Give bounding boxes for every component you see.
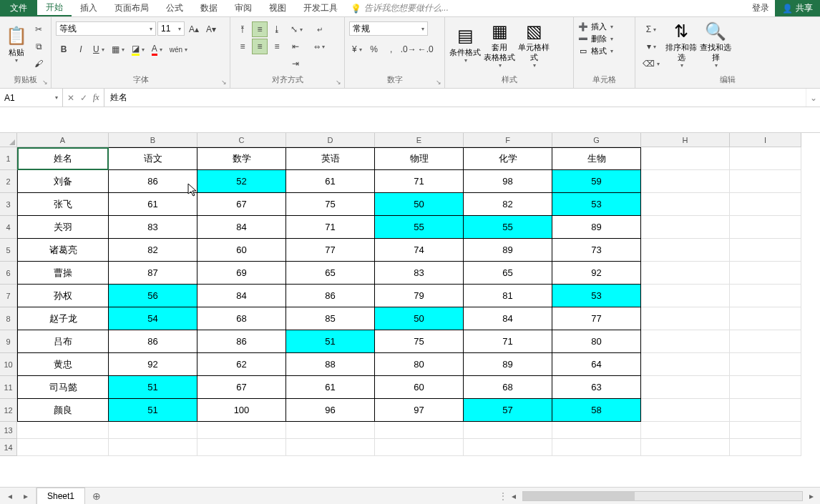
decrease-decimal-button[interactable]: ←.0 <box>418 41 434 57</box>
spreadsheet-grid[interactable]: ABCDEFGHI 1234567891011121314 姓名语文数学英语物理… <box>0 133 820 487</box>
cell[interactable]: 96 <box>286 399 375 422</box>
cell[interactable]: 化学 <box>464 147 552 170</box>
row-header[interactable]: 8 <box>0 307 17 330</box>
cell[interactable]: 81 <box>464 285 552 307</box>
cell[interactable]: 82 <box>109 239 197 262</box>
copy-button[interactable]: ⧉ <box>31 39 47 54</box>
cell[interactable]: 62 <box>197 353 286 376</box>
cell[interactable] <box>641 170 730 193</box>
cell[interactable]: 数学 <box>197 147 286 170</box>
cell[interactable]: 54 <box>109 307 197 330</box>
cell[interactable]: 59 <box>552 170 641 193</box>
sheet-tab-active[interactable]: Sheet1 <box>36 488 85 504</box>
align-middle-button[interactable]: ≡ <box>252 21 268 37</box>
cell[interactable]: 61 <box>286 170 375 193</box>
insert-cells-button[interactable]: ➕插入▾ <box>578 21 613 32</box>
orientation-button[interactable]: ⤡▾ <box>288 21 306 37</box>
tab-developer[interactable]: 开发工具 <box>295 0 346 16</box>
tab-view[interactable]: 视图 <box>260 0 295 16</box>
cell[interactable] <box>286 439 375 456</box>
font-color-button[interactable]: A▾ <box>149 41 165 57</box>
tab-insert[interactable]: 插入 <box>72 0 106 16</box>
column-header[interactable]: B <box>109 133 197 147</box>
cell[interactable]: 姓名 <box>17 147 109 170</box>
conditional-formatting-button[interactable]: ▤ 条件格式▾ <box>449 21 481 69</box>
cell[interactable]: 物理 <box>375 147 464 170</box>
cell[interactable]: 57 <box>464 399 552 422</box>
cell[interactable]: 100 <box>197 399 286 422</box>
fill-button[interactable]: ▾▾ <box>640 39 663 54</box>
cell[interactable] <box>730 262 801 285</box>
cell[interactable] <box>641 147 730 170</box>
cell[interactable] <box>730 399 801 422</box>
increase-decimal-button[interactable]: .0→ <box>401 41 416 57</box>
row-header[interactable]: 11 <box>0 376 17 399</box>
cell[interactable]: 52 <box>197 170 286 193</box>
cell[interactable] <box>17 439 109 456</box>
cell[interactable] <box>464 439 552 456</box>
cell[interactable]: 89 <box>464 353 552 376</box>
cell[interactable] <box>730 353 801 376</box>
cell[interactable]: 75 <box>375 330 464 353</box>
cell[interactable]: 63 <box>552 376 641 399</box>
tab-home[interactable]: 开始 <box>37 0 72 16</box>
cell[interactable]: 73 <box>552 239 641 262</box>
cell[interactable]: 64 <box>552 353 641 376</box>
cell[interactable]: 孙权 <box>17 285 109 307</box>
font-name-select[interactable]: 等线 ▾ <box>56 21 156 36</box>
cell[interactable] <box>641 353 730 376</box>
cell[interactable]: 50 <box>375 193 464 216</box>
cell[interactable]: 赵子龙 <box>17 307 109 330</box>
tell-me-search[interactable]: 💡 告诉我您想要做什么... <box>346 0 453 16</box>
cell[interactable] <box>197 439 286 456</box>
fill-color-button[interactable]: ◪▾ <box>129 41 147 57</box>
format-painter-button[interactable]: 🖌 <box>31 56 47 71</box>
cell[interactable] <box>552 422 641 439</box>
column-header[interactable]: E <box>375 133 464 147</box>
column-header[interactable]: G <box>552 133 641 147</box>
cell[interactable]: 60 <box>197 239 286 262</box>
fx-icon[interactable]: fx <box>93 92 99 103</box>
column-header[interactable]: F <box>464 133 552 147</box>
cell[interactable] <box>641 399 730 422</box>
cell[interactable] <box>641 285 730 307</box>
cell[interactable]: 79 <box>375 285 464 307</box>
cell[interactable]: 86 <box>286 285 375 307</box>
find-select-button[interactable]: 🔍 查找和选择▾ <box>700 21 731 69</box>
cell[interactable]: 生物 <box>552 147 641 170</box>
cell[interactable] <box>730 376 801 399</box>
cut-button[interactable]: ✂ <box>31 21 47 37</box>
cell[interactable] <box>109 422 197 439</box>
sort-filter-button[interactable]: ⇅ 排序和筛选▾ <box>665 21 697 69</box>
cell[interactable]: 55 <box>464 216 552 239</box>
tab-review[interactable]: 审阅 <box>226 0 260 16</box>
cell[interactable] <box>375 422 464 439</box>
hscroll-track[interactable] <box>522 491 803 501</box>
cell[interactable] <box>730 285 801 307</box>
cell[interactable]: 65 <box>286 262 375 285</box>
cell[interactable]: 92 <box>552 262 641 285</box>
cell[interactable] <box>730 193 801 216</box>
cell[interactable] <box>730 170 801 193</box>
cell[interactable]: 86 <box>109 170 197 193</box>
sheet-nav-prev-button[interactable]: ◂ <box>4 490 16 502</box>
cell[interactable]: 61 <box>286 376 375 399</box>
row-header[interactable]: 12 <box>0 399 17 422</box>
italic-button[interactable]: I <box>73 41 89 57</box>
cell[interactable]: 86 <box>109 330 197 353</box>
number-launcher-icon[interactable]: ↘ <box>436 79 441 86</box>
cell[interactable] <box>17 422 109 439</box>
cell[interactable]: 60 <box>375 376 464 399</box>
cell[interactable] <box>109 439 197 456</box>
cell[interactable]: 89 <box>464 239 552 262</box>
column-header[interactable]: C <box>197 133 286 147</box>
align-center-button[interactable]: ≡ <box>252 39 268 54</box>
decrease-font-button[interactable]: A▾ <box>203 21 219 37</box>
increase-indent-button[interactable]: ⇥ <box>288 56 303 71</box>
cell[interactable]: 68 <box>197 307 286 330</box>
expand-formula-bar-button[interactable]: ⌄ <box>806 89 820 107</box>
row-header[interactable]: 6 <box>0 262 17 285</box>
row-header[interactable]: 9 <box>0 330 17 353</box>
cell-styles-button[interactable]: ▧ 单元格样式▾ <box>518 21 550 69</box>
hscroll-thumb[interactable] <box>523 492 635 500</box>
